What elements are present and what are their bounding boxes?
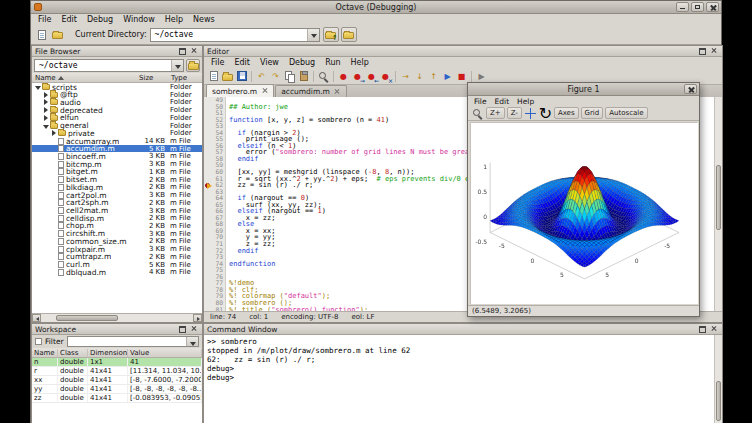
main-titlebar[interactable]: Octave (Debugging) — [31, 1, 721, 14]
figure-menu-help[interactable]: Help — [513, 97, 538, 106]
workspace-header[interactable]: Workspace — [32, 324, 202, 335]
find-icon[interactable] — [317, 70, 330, 83]
editor-menu-view[interactable]: View — [255, 58, 284, 67]
menu-help[interactable]: Help — [160, 15, 188, 24]
tab-close-icon[interactable] — [334, 88, 341, 95]
toggle-breakpoint-icon[interactable]: ● — [337, 70, 350, 83]
current-directory-combo[interactable]: ~/octave — [150, 28, 320, 42]
figure-window[interactable]: Figure 1 FileEditHelp Z+Z-↻AxesGridAutos… — [467, 82, 700, 317]
scrollbar-thumb[interactable] — [56, 315, 118, 321]
save-file-icon[interactable] — [235, 70, 248, 83]
column-header-name[interactable]: Name — [32, 74, 136, 82]
axes-button[interactable]: Axes — [554, 107, 579, 119]
grid-button[interactable]: Grid — [581, 107, 604, 119]
column-header-size[interactable]: Size — [136, 74, 168, 82]
rotate-icon[interactable]: ↻ — [539, 107, 552, 120]
browse-directory-icon[interactable] — [341, 27, 357, 42]
expander-icon[interactable] — [42, 122, 50, 130]
step-in-icon[interactable]: ↓ — [413, 70, 426, 83]
tab-close-icon[interactable] — [261, 88, 268, 95]
workspace-table[interactable]: ndouble1x141rdouble41x41[11.314, 11.034,… — [32, 358, 202, 423]
previous-breakpoint-icon[interactable]: ●← — [365, 70, 378, 83]
column-header-class[interactable]: Class — [58, 349, 88, 357]
menu-edit[interactable]: Edit — [56, 15, 82, 24]
editor-tab[interactable]: accumdim.m — [275, 85, 347, 97]
editor-header[interactable]: Editor — [204, 46, 722, 57]
zoom-in-button[interactable]: Z+ — [486, 107, 505, 119]
workspace-row[interactable]: xxdouble41x41[-8, -7.6000, -7.2000... — [32, 376, 202, 385]
scroll-right-icon[interactable] — [193, 314, 202, 322]
command-window-vscrollbar[interactable] — [714, 335, 722, 423]
directory-actions-button[interactable] — [186, 59, 200, 72]
expander-icon[interactable] — [34, 83, 42, 91]
redo-icon[interactable]: ↷ — [269, 70, 282, 83]
paste-icon[interactable] — [297, 70, 310, 83]
file-browser-header[interactable]: File Browser — [32, 46, 202, 57]
editor-menu-run[interactable]: Run — [320, 58, 345, 67]
chevron-down-icon[interactable] — [186, 337, 198, 346]
directory-up-icon[interactable]: ↑ — [323, 27, 339, 42]
remove-breakpoints-icon[interactable]: ●× — [379, 70, 392, 83]
step-over-icon[interactable]: → — [399, 70, 412, 83]
close-button[interactable] — [684, 84, 697, 94]
command-window-header[interactable]: Command Window — [204, 324, 722, 335]
run-script-icon[interactable]: ▶ — [475, 70, 488, 83]
scroll-left-icon[interactable] — [32, 314, 41, 322]
figure-menu-edit[interactable]: Edit — [491, 97, 514, 106]
zoom-out-button[interactable]: Z- — [507, 107, 522, 119]
autoscale-button[interactable]: Autoscale — [605, 107, 647, 119]
menu-window[interactable]: Window — [118, 15, 160, 24]
filter-checkbox[interactable] — [35, 338, 42, 345]
editor-menu-debug[interactable]: Debug — [284, 58, 320, 67]
chevron-down-icon[interactable] — [307, 29, 319, 41]
editor-menu-help[interactable]: Help — [346, 58, 374, 67]
stop-debug-icon[interactable]: ■ — [455, 70, 468, 83]
undock-icon[interactable] — [177, 325, 187, 333]
workspace-row[interactable]: ndouble1x141 — [32, 358, 202, 367]
close-icon[interactable] — [709, 47, 719, 55]
new-script-icon[interactable] — [207, 70, 220, 83]
figure-menu-file[interactable]: File — [470, 97, 491, 106]
minimize-button[interactable] — [676, 2, 689, 12]
editor-tab[interactable]: sombrero.m — [206, 84, 274, 97]
file-tree[interactable]: scriptsFolder@ftpFolderaudioFolderdeprec… — [32, 83, 202, 313]
close-icon[interactable] — [189, 47, 199, 55]
column-header-type[interactable]: Type — [168, 74, 202, 82]
workspace-row[interactable]: zzdouble41x41[-0.083953, -0.090556... — [32, 394, 202, 403]
chevron-down-icon[interactable] — [171, 60, 183, 71]
command-window-output[interactable]: >> sombrerostopped in /m/plot/draw/sombr… — [204, 335, 714, 423]
file-browser-path-combo[interactable]: ~/octave — [34, 59, 184, 72]
scrollbar-thumb[interactable] — [716, 381, 721, 421]
zoom-icon[interactable] — [471, 107, 484, 120]
editor-menu-edit[interactable]: Edit — [229, 58, 255, 67]
close-icon[interactable] — [189, 325, 199, 333]
undock-icon[interactable] — [697, 47, 707, 55]
figure-plot-area[interactable] — [470, 122, 697, 304]
copy-icon[interactable] — [283, 70, 296, 83]
maximize-button[interactable] — [691, 2, 704, 12]
next-breakpoint-icon[interactable]: ●→ — [351, 70, 364, 83]
step-out-icon[interactable]: ↑ — [427, 70, 440, 83]
column-header-value[interactable]: Value — [128, 349, 202, 357]
close-button[interactable] — [706, 2, 719, 12]
undo-icon[interactable]: ↶ — [255, 70, 268, 83]
column-header-dimension[interactable]: Dimension — [88, 349, 128, 357]
scrollbar-thumb[interactable] — [716, 165, 721, 229]
undock-icon[interactable] — [177, 47, 187, 55]
workspace-row[interactable]: rdouble41x41[11.314, 11.034, 10.763... — [32, 367, 202, 376]
file-tree-item[interactable]: dblquad.m4 KBm File — [32, 268, 202, 276]
figure-titlebar[interactable]: Figure 1 — [468, 83, 699, 96]
continue-icon[interactable]: ▶ — [441, 70, 454, 83]
file-browser-hscrollbar[interactable] — [32, 313, 202, 322]
open-file-icon[interactable] — [51, 28, 64, 41]
editor-menu-file[interactable]: File — [206, 58, 229, 67]
menu-file[interactable]: File — [33, 15, 56, 24]
figure-plot-canvas[interactable] — [471, 123, 698, 304]
column-header-name[interactable]: Name — [32, 349, 58, 357]
workspace-row[interactable]: yydouble41x41[-8, -8, -8, -8, -8, -8... — [32, 385, 202, 394]
close-icon[interactable] — [709, 325, 719, 333]
undock-icon[interactable] — [697, 325, 707, 333]
menu-debug[interactable]: Debug — [82, 15, 118, 24]
filter-combo[interactable] — [67, 336, 199, 347]
open-file-icon[interactable] — [221, 70, 234, 83]
